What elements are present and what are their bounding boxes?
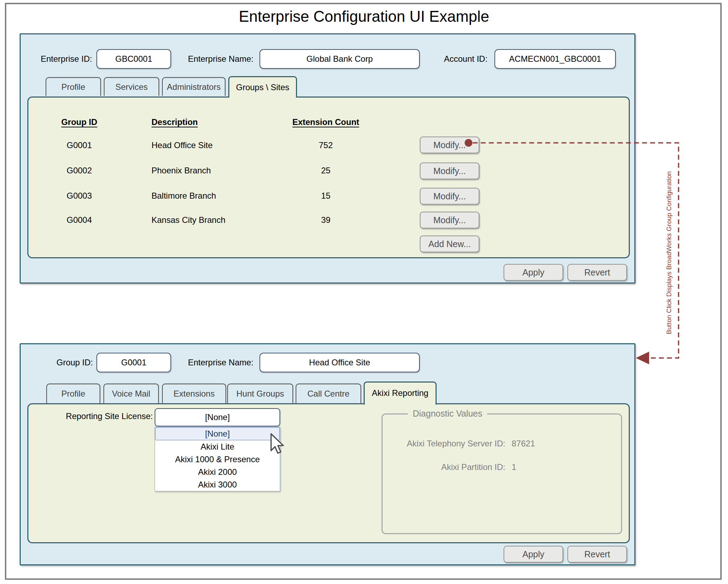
enterprise-id-label: Enterprise ID:: [41, 49, 92, 69]
enterprise-name-field[interactable]: Global Bank Corp: [259, 49, 420, 69]
column-header-description: Description: [151, 116, 198, 128]
description-cell: Baltimore Branch: [151, 190, 216, 202]
revert-button-site[interactable]: Revert: [567, 546, 627, 563]
tab-administrators[interactable]: Administrators: [162, 77, 225, 96]
tab-akixi-reporting[interactable]: Akixi Reporting: [364, 381, 437, 405]
enterprise-name-label: Enterprise Name:: [188, 49, 254, 69]
modify-button-g0003[interactable]: Modify...: [420, 188, 479, 205]
list-item-none[interactable]: [None]: [155, 427, 280, 440]
apply-button-site[interactable]: Apply: [504, 546, 563, 563]
description-cell: Head Office Site: [151, 139, 213, 151]
list-item-akixi-1000[interactable]: Akixi 1000 & Presence: [155, 453, 280, 466]
akixi-reporting-content: Reporting Site License: [None] [None] Ak…: [27, 403, 630, 543]
tab-call-centre[interactable]: Call Centre: [296, 384, 361, 403]
column-header-extension-count: Extension Count: [291, 116, 361, 128]
enterprise-ui-title: Enterprise Configuration UI Example: [0, 8, 728, 25]
annotation-note: Button Click Displays BroadWorks Group C…: [665, 161, 676, 344]
telephony-server-id-label: Akixi Telephony Server ID:: [383, 438, 505, 450]
diagnostic-values-groupbox: Diagnostic Values Akixi Telephony Server…: [382, 413, 622, 534]
modify-button-g0002[interactable]: Modify...: [420, 162, 479, 179]
account-id-field[interactable]: ACMECN001_GBC0001: [494, 49, 616, 69]
tab-profile[interactable]: Profile: [46, 77, 101, 96]
list-item-akixi-lite[interactable]: Akixi Lite: [155, 440, 280, 453]
extension-count-cell: 752: [291, 139, 361, 151]
groups-sites-content: Group ID Description Extension Count G00…: [27, 97, 630, 258]
partition-id-value: 1: [512, 461, 516, 473]
partition-id-label: Akixi Partition ID:: [383, 461, 505, 473]
description-cell: Kansas City Branch: [151, 214, 225, 226]
mouse-cursor-icon: [269, 433, 287, 458]
license-options-list: [None] Akixi Lite Akixi 1000 & Presence …: [155, 427, 280, 491]
diagram-canvas: Enterprise Configuration UI Example Ente…: [0, 0, 728, 584]
tab-groups-sites[interactable]: Groups \ Sites: [228, 76, 297, 98]
reporting-site-license-combobox[interactable]: [None]: [155, 408, 280, 426]
modify-button-g0004[interactable]: Modify...: [420, 212, 479, 228]
add-new-button[interactable]: Add New...: [420, 235, 479, 252]
group-id-cell: G0003: [51, 190, 107, 202]
tab-voice-mail[interactable]: Voice Mail: [103, 384, 159, 403]
tab-services[interactable]: Services: [104, 77, 159, 96]
list-item-akixi-3000[interactable]: Akixi 3000: [155, 478, 280, 491]
group-id-cell: G0002: [51, 165, 107, 177]
diagnostic-values-title: Diagnostic Values: [408, 409, 487, 419]
site-group-config-panel: Group ID: G0001 Enterprise Name: Head Of…: [20, 343, 635, 565]
extension-count-cell: 15: [291, 190, 361, 202]
site-enterprise-name-label: Enterprise Name:: [188, 353, 254, 372]
account-id-label: Account ID:: [444, 49, 487, 69]
apply-button-enterprise[interactable]: Apply: [504, 264, 563, 281]
extension-count-cell: 39: [291, 214, 361, 226]
description-cell: Phoenix Branch: [151, 165, 211, 177]
extension-count-cell: 25: [291, 165, 361, 177]
column-header-group-id: Group ID: [51, 116, 107, 128]
enterprise-config-panel: Enterprise ID: GBC0001 Enterprise Name: …: [20, 33, 635, 284]
reporting-site-license-label: Reporting Site License:: [41, 410, 153, 423]
revert-button-enterprise[interactable]: Revert: [567, 264, 627, 281]
group-id-field[interactable]: G0001: [96, 353, 171, 372]
tab-site-profile[interactable]: Profile: [46, 384, 100, 403]
modify-button-g0001[interactable]: Modify...: [420, 137, 479, 153]
tab-extensions[interactable]: Extensions: [162, 384, 226, 403]
enterprise-id-field[interactable]: GBC0001: [96, 49, 171, 69]
telephony-server-id-value: 87621: [512, 438, 535, 450]
group-id-label: Group ID:: [56, 353, 93, 372]
site-enterprise-name-field[interactable]: Head Office Site: [259, 353, 420, 372]
tab-hunt-groups[interactable]: Hunt Groups: [227, 384, 293, 403]
list-item-akixi-2000[interactable]: Akixi 2000: [155, 466, 280, 478]
group-id-cell: G0001: [51, 139, 107, 151]
group-id-cell: G0004: [51, 214, 107, 226]
